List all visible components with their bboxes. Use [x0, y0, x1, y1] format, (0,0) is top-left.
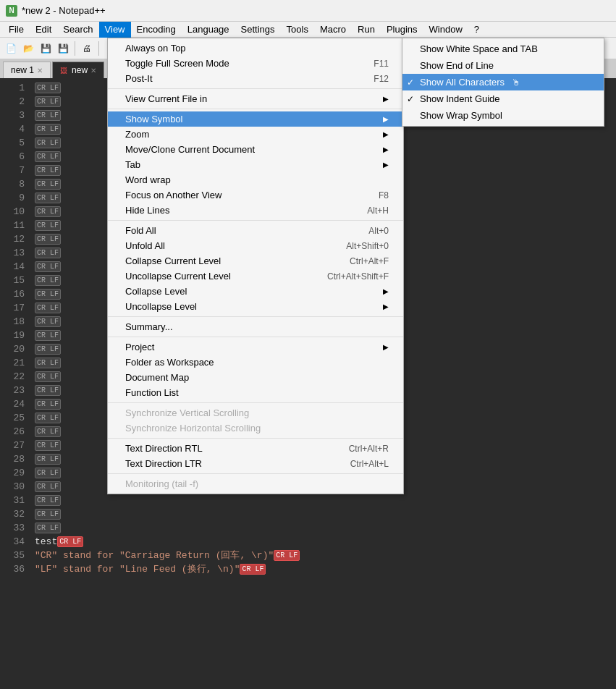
- menu-view[interactable]: View: [99, 22, 131, 38]
- menu-label: Uncollapse Level: [125, 301, 197, 312]
- menu-encoding[interactable]: Encoding: [131, 22, 182, 38]
- menu-folder-workspace[interactable]: Folder as Workspace: [108, 355, 403, 370]
- menu-document-map[interactable]: Document Map: [108, 370, 403, 385]
- line-num: 28: [3, 452, 25, 466]
- menu-run[interactable]: Run: [352, 22, 381, 38]
- submenu-show-wrap-symbol[interactable]: Show Wrap Symbol: [402, 107, 604, 124]
- menu-view-current-file[interactable]: View Current File in ▶: [108, 91, 403, 106]
- crlf-badge: CR LF: [35, 523, 61, 533]
- line-num: 11: [3, 219, 25, 232]
- menu-macro[interactable]: Macro: [314, 22, 352, 38]
- menu-unfold-all[interactable]: Unfold All Alt+Shift+0: [108, 238, 403, 253]
- menu-collapse-level[interactable]: Collapse Level ▶: [108, 284, 403, 299]
- shortcut-label: F8: [379, 190, 389, 200]
- menu-uncollapse-current[interactable]: Uncollapse Current Level Ctrl+Alt+Shift+…: [108, 269, 403, 284]
- menu-hide-lines[interactable]: Hide Lines Alt+H: [108, 203, 403, 218]
- toolbar-new[interactable]: 📄: [3, 41, 19, 56]
- toolbar-sep-1: [75, 41, 75, 56]
- sep-6: [108, 402, 403, 403]
- crlf-badge: CR LF: [35, 275, 61, 286]
- tab-modified-icon: 🖼: [60, 67, 67, 75]
- submenu-show-whitespace-tab[interactable]: Show White Space and TAB: [402, 41, 604, 57]
- line-num: 5: [3, 136, 25, 150]
- toolbar-save[interactable]: 💾: [38, 41, 54, 56]
- menu-sync-horizontal: Synchronize Horizontal Scrolling: [108, 420, 403, 436]
- menu-label: Show End of Line: [420, 60, 494, 71]
- menu-bar: File Edit Search View Encoding Language …: [0, 22, 616, 38]
- line-num: 25: [3, 411, 25, 425]
- shortcut-label: F12: [374, 74, 389, 84]
- crlf-badge: CR LF: [35, 96, 61, 107]
- menu-help[interactable]: ?: [468, 22, 485, 38]
- menu-tab[interactable]: Tab ▶: [108, 157, 403, 172]
- line-num: 16: [3, 287, 25, 301]
- toolbar-saveall[interactable]: 💾: [55, 41, 71, 56]
- menu-always-on-top[interactable]: Always on Top: [108, 41, 403, 56]
- crlf-badge: CR LF: [35, 385, 61, 396]
- crlf-badge: CR LF: [35, 193, 61, 203]
- menu-zoom[interactable]: Zoom ▶: [108, 127, 403, 142]
- tab-new1[interactable]: new 1 ✕: [3, 62, 51, 78]
- crlf-badge: CR LF: [35, 330, 61, 341]
- crlf-badge: CR LF: [35, 413, 61, 423]
- menu-focus-another-view[interactable]: Focus on Another View F8: [108, 187, 403, 203]
- menu-label: Toggle Full Screen Mode: [125, 58, 229, 69]
- menu-tools[interactable]: Tools: [281, 22, 314, 38]
- line-num: 9: [3, 191, 25, 205]
- menu-label: Synchronize Horizontal Scrolling: [125, 423, 261, 434]
- menu-text-dir-rtl[interactable]: Text Direction RTL Ctrl+Alt+R: [108, 441, 403, 456]
- submenu-arrow: ▶: [383, 287, 389, 295]
- menu-language[interactable]: Language: [182, 22, 235, 38]
- menu-project[interactable]: Project ▶: [108, 339, 403, 355]
- submenu-arrow: ▶: [383, 145, 389, 153]
- line-num: 20: [3, 342, 25, 356]
- menu-text-dir-ltr[interactable]: Text Direction LTR Ctrl+Alt+L: [108, 456, 403, 471]
- crlf-badge: CR LF: [35, 261, 61, 272]
- toolbar-print[interactable]: 🖨: [79, 41, 95, 56]
- menu-collapse-current[interactable]: Collapse Current Level Ctrl+Alt+F: [108, 253, 403, 269]
- line-num: 3: [3, 109, 25, 122]
- menu-post-it[interactable]: Post-It F12: [108, 71, 403, 86]
- line-num: 18: [3, 315, 25, 329]
- line-num: 6: [3, 150, 25, 164]
- menu-plugins[interactable]: Plugins: [381, 22, 423, 38]
- submenu-show-end-of-line[interactable]: Show End of Line: [402, 57, 604, 74]
- line-num: 32: [3, 507, 25, 521]
- line-num: 26: [3, 425, 25, 439]
- sep-5: [108, 337, 403, 337]
- menu-edit[interactable]: Edit: [30, 22, 57, 38]
- menu-fold-all[interactable]: Fold All Alt+0: [108, 223, 403, 238]
- crlf-badge: CR LF: [35, 165, 61, 176]
- crlf-badge: CR LF: [35, 234, 61, 245]
- crlf-badge: CR LF: [35, 344, 61, 355]
- crlf-badge: CR LF: [35, 289, 61, 300]
- crlf-badge-highlight: CR LF: [274, 550, 300, 561]
- menu-sync-vertical: Synchronize Vertical Scrolling: [108, 405, 403, 420]
- menu-function-list[interactable]: Function List: [108, 385, 403, 400]
- menu-label: Uncollapse Current Level: [125, 271, 231, 282]
- menu-word-wrap[interactable]: Word wrap: [108, 172, 403, 187]
- code-line-31: CR LF: [35, 494, 610, 507]
- submenu-arrow: ▶: [383, 115, 389, 123]
- menu-summary[interactable]: Summary...: [108, 319, 403, 334]
- code-line-33: CR LF: [35, 521, 610, 535]
- submenu-show-indent-guide[interactable]: ✓ Show Indent Guide: [402, 90, 604, 107]
- tab-new1-close[interactable]: ✕: [37, 67, 43, 75]
- menu-search[interactable]: Search: [57, 22, 98, 38]
- submenu-show-all-characters[interactable]: ✓ Show All Characters 🖱: [402, 74, 604, 90]
- tab-new2-close[interactable]: ✕: [90, 67, 96, 75]
- toolbar-open[interactable]: 📂: [20, 41, 36, 56]
- menu-move-clone[interactable]: Move/Clone Current Document ▶: [108, 142, 403, 157]
- line-num: 10: [3, 205, 25, 219]
- view-menu-dropdown: Always on Top Toggle Full Screen Mode F1…: [107, 38, 404, 494]
- tab-new2[interactable]: 🖼 new ✕: [52, 62, 104, 78]
- menu-show-symbol[interactable]: Show Symbol ▶: [108, 111, 403, 127]
- menu-file[interactable]: File: [3, 22, 30, 38]
- crlf-badge: CR LF: [35, 495, 61, 506]
- menu-uncollapse-level[interactable]: Uncollapse Level ▶: [108, 299, 403, 314]
- crlf-badge: CR LF: [35, 440, 61, 451]
- menu-toggle-fullscreen[interactable]: Toggle Full Screen Mode F11: [108, 56, 403, 71]
- menu-window[interactable]: Window: [423, 22, 468, 38]
- toolbar-sep-2: [98, 41, 99, 56]
- menu-settings[interactable]: Settings: [235, 22, 281, 38]
